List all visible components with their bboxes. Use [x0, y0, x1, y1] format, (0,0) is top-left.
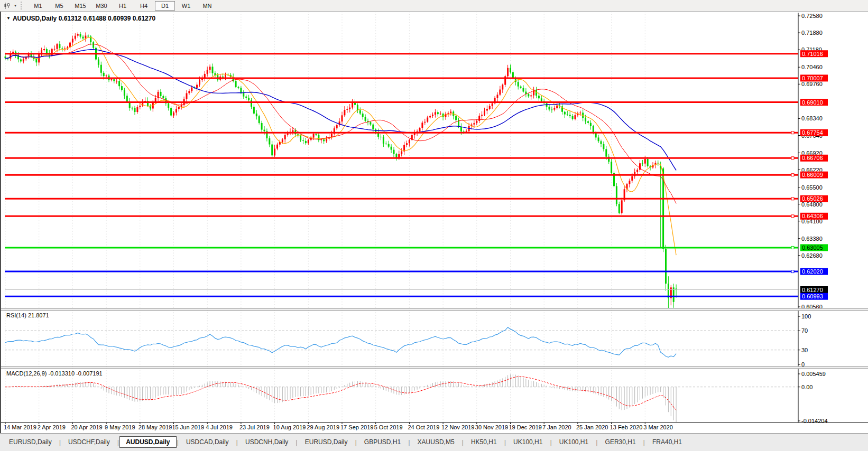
trading-terminal: ▾ M1M5M15M30H1H4D1W1MN 0.725800.718800.7…	[0, 0, 868, 451]
chart-tab-usdcad-daily[interactable]: USDCAD,Daily	[179, 437, 236, 447]
pane-separator[interactable]	[1, 367, 868, 369]
chart-tab-uk100-h1[interactable]: UK100,H1	[506, 437, 549, 447]
chart-tab-xauusd-m5[interactable]: XAUUSD,M5	[411, 437, 461, 447]
svg-text:28 May 2019: 28 May 2019	[138, 424, 172, 430]
chart-tab-audusd-daily[interactable]: AUDUSD,Daily	[119, 436, 176, 448]
chart-tab-bar: EURUSD,Daily|USDCHF,Daily|AUDUSD,Daily|U…	[0, 433, 868, 451]
toolbar: ▾ M1M5M15M30H1H4D1W1MN	[0, 0, 868, 12]
chart-tab-eurusd-daily[interactable]: EURUSD,Daily	[298, 437, 355, 447]
svg-text:4 Jul 2019: 4 Jul 2019	[206, 424, 233, 430]
timeframe-button-d1[interactable]: D1	[155, 1, 175, 11]
timeframe-button-m15[interactable]: M15	[70, 1, 90, 11]
svg-text:0.63380: 0.63380	[801, 236, 823, 242]
svg-text:0.72580: 0.72580	[801, 13, 823, 19]
svg-text:0.71880: 0.71880	[801, 30, 823, 36]
timeframe-button-m30[interactable]: M30	[91, 1, 112, 11]
svg-text:20 Apr 2019: 20 Apr 2019	[71, 424, 102, 430]
pane-separator[interactable]	[1, 308, 868, 311]
svg-text:0.64306: 0.64306	[802, 213, 823, 219]
svg-text:30 Nov 2019: 30 Nov 2019	[475, 424, 508, 430]
svg-text:0.62020: 0.62020	[802, 268, 823, 275]
candlestick-chart-icon[interactable]	[2, 1, 12, 11]
chart-tab-uk100-h1[interactable]: UK100,H1	[552, 437, 595, 447]
svg-text:24 Oct 2019: 24 Oct 2019	[408, 424, 439, 430]
svg-text:70: 70	[801, 327, 808, 334]
macd-label: MACD(12,26,9) -0.013310 -0.007191	[6, 370, 103, 377]
svg-text:0.60993: 0.60993	[802, 293, 823, 299]
svg-text:0.62680: 0.62680	[801, 252, 823, 259]
chart-tab-gbpusd-h1[interactable]: GBPUSD,H1	[357, 437, 408, 447]
svg-text:-0.014204: -0.014204	[801, 418, 828, 424]
svg-text:23 Jul 2019: 23 Jul 2019	[239, 424, 270, 430]
timeframe-button-h4[interactable]: H4	[134, 1, 154, 11]
svg-text:0.66009: 0.66009	[802, 172, 823, 178]
chart-tabs: EURUSD,Daily|USDCHF,Daily|AUDUSD,Daily|U…	[2, 436, 689, 448]
svg-text:0.63005: 0.63005	[802, 245, 823, 251]
timeframe-button-w1[interactable]: W1	[176, 1, 196, 11]
svg-text:0.005459: 0.005459	[801, 371, 826, 377]
svg-text:2 Apr 2019: 2 Apr 2019	[38, 424, 66, 430]
svg-text:0: 0	[801, 361, 805, 368]
chart-symbol-label: AUDUSD,Daily	[13, 15, 57, 22]
chart-tab-ger30-h1[interactable]: GER30,H1	[598, 437, 643, 447]
svg-text:0.71016: 0.71016	[802, 51, 823, 57]
timeframe-button-mn[interactable]: MN	[197, 1, 217, 11]
rsi-label: RSI(14) 21.8071	[6, 312, 49, 318]
collapse-triangle-icon[interactable]: ▼	[6, 16, 11, 21]
svg-text:0.00: 0.00	[801, 384, 812, 390]
svg-text:13 Feb 2020: 13 Feb 2020	[610, 424, 643, 430]
svg-text:0.65026: 0.65026	[802, 195, 823, 202]
svg-text:5 Oct 2019: 5 Oct 2019	[374, 424, 403, 430]
svg-text:30: 30	[801, 347, 808, 353]
svg-text:0.65500: 0.65500	[801, 184, 823, 191]
svg-text:19 Dec 2019: 19 Dec 2019	[509, 424, 542, 430]
chart-window: 0.725800.718800.711800.704600.697600.683…	[0, 12, 868, 433]
svg-text:0.68340: 0.68340	[801, 115, 823, 121]
svg-text:10 Aug 2019: 10 Aug 2019	[273, 424, 306, 430]
svg-text:17 Sep 2019: 17 Sep 2019	[340, 424, 373, 430]
svg-text:0.69010: 0.69010	[802, 99, 823, 106]
svg-text:0.61270: 0.61270	[802, 287, 823, 293]
dropdown-arrow-icon[interactable]: ▾	[12, 3, 19, 8]
svg-text:100: 100	[801, 313, 811, 320]
svg-text:14 Mar 2019: 14 Mar 2019	[4, 424, 36, 430]
candlestick-chart-icon-glyph	[3, 2, 11, 10]
chart-svg: 0.725800.718800.711800.704600.697600.683…	[1, 12, 868, 433]
chart-tab-fra40-h1[interactable]: FRA40,H1	[645, 437, 689, 447]
svg-text:9 May 2019: 9 May 2019	[105, 424, 135, 430]
timeframe-button-m1[interactable]: M1	[28, 1, 48, 11]
svg-text:0.70460: 0.70460	[801, 64, 823, 70]
svg-text:29 Aug 2019: 29 Aug 2019	[307, 424, 339, 430]
svg-text:12 Nov 2019: 12 Nov 2019	[441, 424, 474, 430]
timeframe-button-m5[interactable]: M5	[49, 1, 69, 11]
svg-text:3 Mar 2020: 3 Mar 2020	[643, 424, 673, 430]
timeframe-button-h1[interactable]: H1	[113, 1, 133, 11]
svg-text:7 Jan 2020: 7 Jan 2020	[542, 424, 571, 430]
toolbar-grip[interactable]	[21, 2, 24, 10]
chart-canvas[interactable]: 0.725800.718800.711800.704600.697600.683…	[1, 12, 868, 433]
svg-text:0.69760: 0.69760	[801, 81, 823, 87]
svg-text:15 Jun 2019: 15 Jun 2019	[172, 424, 205, 430]
timeframe-buttons: M1M5M15M30H1H4D1W1MN	[27, 0, 218, 12]
chart-tab-usdcnh-daily[interactable]: USDCNH,Daily	[238, 437, 295, 447]
chart-ohlc-values: 0.61312 0.61488 0.60939 0.61270	[59, 15, 156, 22]
svg-text:25 Jan 2020: 25 Jan 2020	[576, 424, 608, 430]
svg-text:0.67754: 0.67754	[802, 129, 823, 136]
svg-text:0.70007: 0.70007	[802, 75, 823, 81]
chart-tab-usdchf-daily[interactable]: USDCHF,Daily	[61, 437, 117, 447]
chart-tab-hk50-h1[interactable]: HK50,H1	[464, 437, 504, 447]
svg-text:0.66706: 0.66706	[802, 155, 823, 161]
chart-tab-eurusd-daily[interactable]: EURUSD,Daily	[2, 437, 59, 447]
chart-title-overlay: ▼AUDUSD,Daily 0.61312 0.61488 0.60939 0.…	[6, 15, 155, 22]
